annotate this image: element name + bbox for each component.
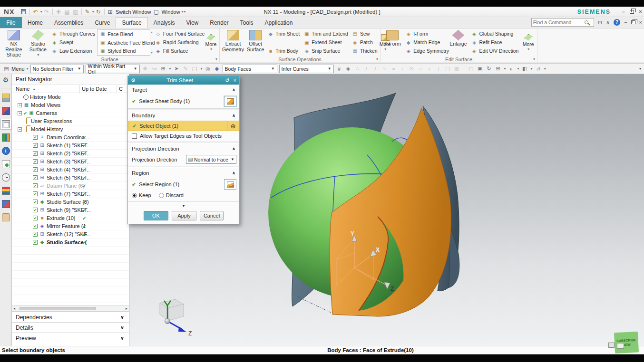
- global-shaping-button[interactable]: ◈Global Shaping: [471, 29, 519, 38]
- discard-radio[interactable]: Discard: [159, 192, 184, 198]
- extend-sheet-button[interactable]: ▣Extend Sheet: [303, 38, 348, 47]
- feature-checkbox[interactable]: ✔: [33, 135, 38, 140]
- minimize-button[interactable]: −: [622, 9, 625, 15]
- projection-direction-combo[interactable]: Normal to Face ▼: [186, 155, 236, 164]
- swept-button[interactable]: ◈Swept: [51, 38, 95, 47]
- feature-checkbox[interactable]: ✔: [33, 200, 38, 204]
- model-history-row[interactable]: ✔ ▱ Datum Plane (6) ✔: [12, 182, 129, 190]
- refit-face-button[interactable]: ◈Refit Face: [471, 38, 519, 47]
- constraint-navigator-icon[interactable]: [2, 107, 10, 115]
- enlarge-button[interactable]: Enlarge: [447, 29, 469, 56]
- select-sheet-body-row[interactable]: ✔ Select Sheet Body (1): [128, 95, 239, 108]
- top-selection-icon[interactable]: ➤: [173, 66, 180, 72]
- allow-target-edges-row[interactable]: Allow Target Edges as Tool Objects: [128, 132, 239, 142]
- feature-checkbox[interactable]: ✔: [33, 216, 38, 220]
- minimize-ribbon-icon[interactable]: ∧: [606, 19, 610, 26]
- offset-surface-button[interactable]: Offset Surface: [245, 29, 265, 56]
- section-preview[interactable]: Preview∨: [12, 333, 129, 343]
- pencil-icon[interactable]: ✎: [182, 66, 189, 72]
- snap-mid-icon[interactable]: /: [372, 66, 379, 72]
- model-history-row[interactable]: ✔ ⊞ Sketch (5) "SKET... ✔: [12, 174, 129, 182]
- snap-pole-icon[interactable]: ∴: [354, 66, 361, 72]
- undo-icon[interactable]: ↶: [32, 8, 39, 16]
- projection-direction-section-header[interactable]: Projection Direction∧: [128, 143, 239, 154]
- solid-cube-icon[interactable]: ◆: [214, 66, 221, 72]
- snap-arc-icon[interactable]: ~: [381, 66, 388, 72]
- face-rule-combo[interactable]: Body Faces▼: [223, 65, 277, 73]
- model-history-row[interactable]: ✔ ◆ Studio Surface (8) ✔: [12, 198, 129, 206]
- section-dependencies[interactable]: Dependencies∨: [12, 312, 129, 322]
- feature-checkbox[interactable]: ✔: [33, 224, 38, 229]
- snap-center-icon[interactable]: ⊙: [408, 66, 415, 72]
- copy-icon[interactable]: ▤: [63, 8, 71, 16]
- snap-plus-icon[interactable]: +: [426, 66, 433, 72]
- aesthetic-face-blend-button[interactable]: ▣Aesthetic Face Blend: [99, 38, 149, 47]
- toolbar-overflow-caret[interactable]: ▾: [639, 67, 641, 71]
- cancel-button[interactable]: Cancel: [200, 211, 224, 220]
- feature-checkbox[interactable]: ✔: [33, 240, 38, 245]
- tab-home[interactable]: Home: [22, 17, 49, 28]
- studio-surface-button[interactable]: Studio Surface▾: [27, 29, 49, 56]
- surface-group-dialog-launcher[interactable]: ▾: [215, 57, 217, 61]
- cut-icon[interactable]: ✚: [55, 8, 62, 16]
- law-extension-button[interactable]: ◈Law Extension: [51, 47, 95, 55]
- snap-grid-icon[interactable]: ▥: [453, 66, 460, 72]
- dialog-close-icon[interactable]: ×: [234, 77, 236, 83]
- window-menu-caret[interactable]: ▾: [182, 10, 184, 14]
- styled-blend-button[interactable]: ▣Styled Blend: [99, 47, 149, 55]
- model-history-row[interactable]: ✔ ⊞ Sketch (7) "SKET... ✔: [12, 190, 129, 198]
- thicken-button[interactable]: ▦Thicken: [352, 47, 378, 55]
- tab-application[interactable]: Application: [259, 17, 299, 28]
- show-hide-icon[interactable]: ⬚: [468, 66, 475, 72]
- expand-icon[interactable]: +: [18, 103, 22, 107]
- keep-radio[interactable]: Keep: [132, 192, 151, 198]
- surface-operations-group-dialog-launcher[interactable]: ▾: [376, 57, 378, 61]
- horizontal-scrollbar[interactable]: ◂ ▸: [12, 305, 129, 312]
- trim-body-button[interactable]: ■Trim Body: [267, 47, 300, 55]
- nx-realize-shape-button[interactable]: NX Realize Shape: [1, 29, 27, 56]
- column-name[interactable]: Name▲: [12, 86, 79, 92]
- image-capture-icon[interactable]: [2, 187, 10, 195]
- four-point-surface-button[interactable]: ◇Four Point Surface: [155, 29, 202, 38]
- fullscreen-icon[interactable]: ⊡: [598, 19, 602, 26]
- repeat-command-icon[interactable]: ↻: [95, 8, 102, 16]
- select-region-row[interactable]: ✔ Select Region (1): [128, 178, 239, 191]
- trim-sheet-button[interactable]: ◆Trim Sheet: [267, 29, 300, 38]
- assembly-navigator-icon[interactable]: [2, 94, 10, 102]
- interior-edges-icon[interactable]: ↝: [151, 66, 158, 72]
- collapse-icon[interactable]: −: [18, 127, 22, 132]
- scroll-right-icon[interactable]: ▸: [126, 306, 127, 311]
- redo-icon[interactable]: ↷: [43, 8, 50, 16]
- region-button[interactable]: [224, 179, 236, 190]
- edit-surface-more-button[interactable]: More▾: [520, 29, 536, 56]
- reuse-library-icon[interactable]: [2, 133, 10, 142]
- section-details[interactable]: Details∨: [12, 322, 129, 333]
- format-brush-icon[interactable]: ✎: [84, 8, 91, 16]
- surface-more-button[interactable]: More▾: [204, 29, 218, 56]
- tab-curve[interactable]: Curve: [89, 17, 116, 28]
- feature-checkbox[interactable]: ✔: [33, 167, 38, 172]
- tree-item-model-views[interactable]: + ▦ Model Views: [12, 101, 129, 109]
- snap-point-toggle-icon[interactable]: #: [336, 66, 343, 72]
- region-section-header[interactable]: Region∧: [128, 168, 239, 178]
- match-edge-button[interactable]: ◆Match Edge: [405, 38, 445, 47]
- model-history-row[interactable]: ✔ ⊞ Sketch (3) "SKET... ✔: [12, 158, 129, 166]
- history-icon[interactable]: [2, 173, 10, 181]
- rectangle-select-icon[interactable]: ⬚: [191, 66, 198, 72]
- tab-assemblies[interactable]: Assemblies: [49, 17, 89, 28]
- scroll-left-icon[interactable]: ◂: [13, 306, 15, 311]
- feature-checkbox[interactable]: ✔: [33, 232, 38, 237]
- tab-surface[interactable]: Surface: [116, 17, 147, 28]
- restore-button[interactable]: [630, 10, 634, 14]
- find-command-box[interactable]: [531, 18, 594, 27]
- immediate-hide-icon[interactable]: ▣: [477, 66, 484, 72]
- feature-checkbox[interactable]: ✔: [33, 143, 38, 148]
- child-restore-button[interactable]: [631, 20, 635, 24]
- sew-button[interactable]: ▤Sew: [352, 29, 378, 38]
- lasso-icon[interactable]: ◎: [205, 66, 212, 72]
- trim-and-extend-button[interactable]: ▣Trim and Extend: [303, 29, 348, 38]
- menu-button[interactable]: ▤Menu▾: [3, 66, 29, 72]
- x-form-button[interactable]: X-Form: [381, 29, 403, 56]
- part-navigator-icon[interactable]: [2, 120, 10, 128]
- tree-item-model-history[interactable]: − Model History: [12, 125, 129, 133]
